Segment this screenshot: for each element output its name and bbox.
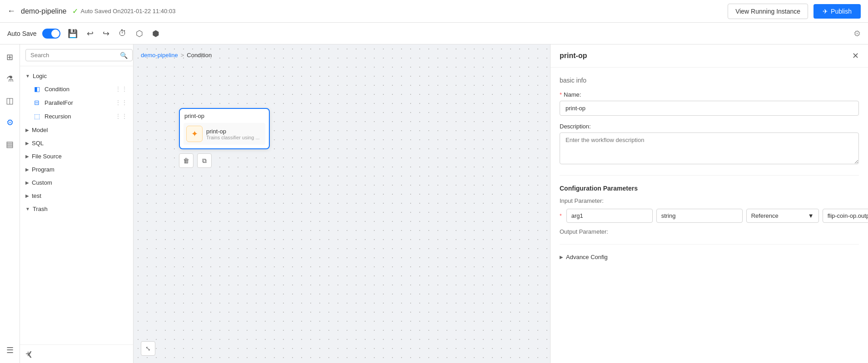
group-arrow-test: ▶ [25, 193, 29, 198]
group-label-custom: Custom [32, 179, 52, 186]
auto-saved-status: ✓ Auto Saved On2021-01-22 11:40:03 [72, 7, 176, 15]
back-button[interactable]: ← [7, 6, 15, 16]
group-header-model[interactable]: ▶ Model [20, 124, 133, 136]
node-card-icon: ✦ [186, 126, 203, 142]
group-arrow-trash: ▼ [25, 206, 30, 211]
node-card-print-op[interactable]: print-op ✦ print-op Trains classifier us… [179, 108, 270, 149]
component-panel: 🔍 ▼ Logic ◧ Condition ⋮⋮ ⊟ ParallelFor ⋮… [20, 44, 134, 363]
name-field-row: * Name: [560, 91, 859, 116]
add-component-button[interactable]: + [25, 349, 31, 359]
param-ref-select[interactable]: Reference ▼ [746, 209, 819, 223]
canvas-fit-button[interactable]: ⤡ [141, 341, 155, 356]
group-header-test[interactable]: ▶ test [20, 190, 133, 202]
recursion-drag-handle[interactable]: ⋮⋮ [115, 113, 128, 120]
sidebar-icon-flask[interactable]: ⚗ [3, 72, 17, 86]
group-arrow-logic: ▼ [25, 74, 30, 78]
component-item-recursion[interactable]: ⬚ Recursion ⋮⋮ [20, 109, 133, 123]
breadcrumb-separator: > [181, 52, 184, 59]
group-label-program: Program [32, 166, 55, 173]
search-button[interactable]: 🔍 [120, 52, 128, 59]
component-group-filesource: ▶ File Source [20, 150, 133, 162]
panel-footer: + ❮ [20, 344, 133, 363]
recursion-icon: ⬚ [33, 112, 41, 120]
group-header-trash[interactable]: ▼ Trash [20, 203, 133, 215]
advance-config-toggle[interactable]: ▶ Advance Config [560, 254, 859, 260]
condition-icon: ◧ [33, 85, 41, 93]
group-header-logic[interactable]: ▼ Logic [20, 70, 133, 82]
group-header-sql[interactable]: ▶ SQL [20, 137, 133, 149]
auto-save-toggle[interactable] [42, 29, 60, 39]
redo-icon[interactable]: ↪ [101, 27, 111, 40]
name-input[interactable] [560, 101, 859, 116]
param-type-input[interactable] [656, 209, 743, 223]
component-group-logic: ▼ Logic ◧ Condition ⋮⋮ ⊟ ParallelFor ⋮⋮ … [20, 70, 133, 123]
name-required-star: * [560, 91, 562, 98]
export2-icon[interactable]: ⬢ [150, 27, 161, 40]
canvas-area[interactable]: demo-pipeline > Condition print-op ✦ pri… [134, 44, 550, 363]
view-running-button[interactable]: View Running Instance [728, 4, 808, 19]
divider-2 [560, 244, 859, 245]
description-field-row: Description: [560, 123, 859, 166]
param-ref-label: Reference [751, 212, 779, 219]
output-param-label: Output Parameter: [560, 228, 859, 235]
left-icon-bar: ⊞ ⚗ ◫ ⚙ ▤ ☰ [0, 44, 20, 363]
condition-drag-handle[interactable]: ⋮⋮ [115, 85, 128, 93]
sidebar-icon-grid[interactable]: ⊞ [3, 50, 17, 64]
node-copy-button[interactable]: ⧉ [197, 153, 212, 168]
publish-button[interactable]: ✈ Publish [813, 4, 861, 19]
param-name-input[interactable] [566, 209, 653, 223]
group-header-filesource[interactable]: ▶ File Source [20, 150, 133, 162]
breadcrumb: demo-pipeline > Condition [141, 52, 212, 59]
run-icon[interactable]: ⏱ [117, 27, 129, 40]
group-header-program[interactable]: ▶ Program [20, 163, 133, 176]
right-panel: print-op ✕ basic info * Name: Descriptio… [550, 44, 868, 363]
basic-info-title: basic info [560, 77, 859, 84]
parallelfor-drag-handle[interactable]: ⋮⋮ [115, 99, 128, 106]
sidebar-icon-layers[interactable]: ◫ [3, 93, 17, 108]
config-title: Configuration Parameters [560, 185, 859, 192]
export-icon[interactable]: ⬡ [134, 27, 145, 40]
group-arrow-custom: ▶ [25, 180, 29, 185]
main-layout: ⊞ ⚗ ◫ ⚙ ▤ ☰ 🔍 ▼ Logic ◧ Condition ⋮⋮ [0, 44, 868, 363]
parallelfor-label: ParallelFor [45, 99, 73, 106]
group-label-trash: Trash [33, 206, 48, 212]
save-icon[interactable]: 💾 [66, 27, 79, 40]
param-value-input[interactable] [823, 209, 868, 223]
component-item-condition[interactable]: ◧ Condition ⋮⋮ [20, 82, 133, 96]
toolbar: Auto Save 💾 ↩ ↪ ⏱ ⬡ ⬢ ⚙ [0, 23, 868, 44]
node-card-description: Trains classifier using ... [206, 135, 263, 140]
component-group-trash: ▼ Trash [20, 203, 133, 215]
node-card-title: print-op [184, 113, 265, 119]
input-param-label: Input Parameter: [560, 197, 859, 204]
sidebar-icon-menu[interactable]: ☰ [3, 343, 17, 358]
group-label-test: test [32, 192, 41, 199]
node-delete-button[interactable]: 🗑 [179, 153, 193, 168]
right-panel-title: print-op [560, 52, 587, 60]
toolbar-settings-icon[interactable]: ⚙ [853, 29, 861, 39]
sidebar-icon-settings[interactable]: ⚙ [3, 115, 17, 130]
advance-arrow: ▶ [560, 255, 563, 260]
undo-icon[interactable]: ↩ [85, 27, 95, 40]
component-item-parallelfor[interactable]: ⊟ ParallelFor ⋮⋮ [20, 96, 133, 109]
description-label: Description: [560, 123, 859, 130]
auto-saved-text: Auto Saved On2021-01-22 11:40:03 [81, 8, 176, 15]
sidebar-icon-database[interactable]: ▤ [3, 137, 17, 152]
group-arrow-program: ▶ [25, 167, 29, 172]
breadcrumb-parent[interactable]: demo-pipeline [141, 52, 178, 59]
parallelfor-icon: ⊟ [33, 98, 41, 107]
param-row: * Reference ▼ [560, 209, 859, 223]
component-group-sql: ▶ SQL [20, 137, 133, 149]
component-group-model: ▶ Model [20, 124, 133, 136]
right-panel-close-button[interactable]: ✕ [852, 51, 859, 61]
auto-saved-icon: ✓ [72, 7, 78, 15]
group-header-custom[interactable]: ▶ Custom [20, 177, 133, 189]
top-header: ← demo-pipeline ✓ Auto Saved On2021-01-2… [0, 0, 868, 23]
component-group-test: ▶ test [20, 190, 133, 202]
search-input[interactable] [25, 49, 133, 61]
right-panel-header: print-op ✕ [551, 44, 868, 68]
description-textarea[interactable] [560, 132, 859, 164]
search-box: 🔍 [20, 44, 133, 66]
group-label-model: Model [32, 127, 48, 133]
right-panel-content: basic info * Name: Description: Configur… [551, 68, 868, 270]
group-label-logic: Logic [33, 73, 47, 79]
